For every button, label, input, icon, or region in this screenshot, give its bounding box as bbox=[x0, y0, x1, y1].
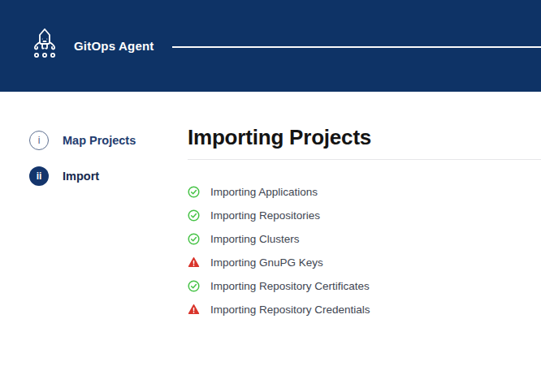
status-row: Importing Clusters bbox=[188, 227, 541, 251]
app-header: GitOps Agent bbox=[0, 0, 541, 92]
step-label: Import bbox=[63, 170, 99, 183]
status-label: Importing Repository Credentials bbox=[210, 304, 370, 316]
status-row: Importing Applications bbox=[188, 180, 541, 204]
warning-triangle-icon bbox=[188, 304, 200, 316]
wizard-sidebar: i Map Projects ii Import bbox=[0, 92, 188, 392]
status-row: Importing Repositories bbox=[188, 204, 541, 227]
warning-triangle-icon bbox=[188, 256, 200, 269]
title-divider bbox=[188, 159, 541, 160]
check-circle-icon bbox=[188, 280, 200, 292]
app-title: GitOps Agent bbox=[74, 39, 154, 53]
step-number-badge: ii bbox=[29, 166, 49, 186]
octopus-logo-icon bbox=[31, 28, 58, 65]
header-divider bbox=[172, 46, 541, 48]
status-label: Importing Repositories bbox=[210, 209, 320, 222]
step-label: Map Projects bbox=[63, 134, 136, 147]
step-number-badge: i bbox=[29, 131, 49, 150]
status-label: Importing Applications bbox=[210, 186, 318, 198]
status-row: Importing Repository Certificates bbox=[188, 274, 541, 298]
status-label: Importing Repository Certificates bbox=[210, 280, 370, 292]
page-title: Importing Projects bbox=[188, 126, 541, 149]
status-label: Importing Clusters bbox=[210, 233, 300, 245]
status-label: Importing GnuPG Keys bbox=[210, 256, 323, 269]
sidebar-step-import[interactable]: ii Import bbox=[29, 166, 188, 186]
content-area: i Map Projects ii Import Importing Proje… bbox=[0, 92, 541, 392]
status-row: Importing Repository Credentials bbox=[188, 298, 541, 321]
check-circle-icon bbox=[188, 209, 200, 222]
check-circle-icon bbox=[188, 186, 200, 198]
check-circle-icon bbox=[188, 233, 200, 245]
status-row: Importing GnuPG Keys bbox=[188, 251, 541, 274]
main-panel: Importing Projects Importing Application… bbox=[188, 92, 541, 392]
sidebar-step-map-projects[interactable]: i Map Projects bbox=[29, 131, 188, 150]
import-status-list: Importing Applications Importing Reposit… bbox=[188, 180, 541, 321]
